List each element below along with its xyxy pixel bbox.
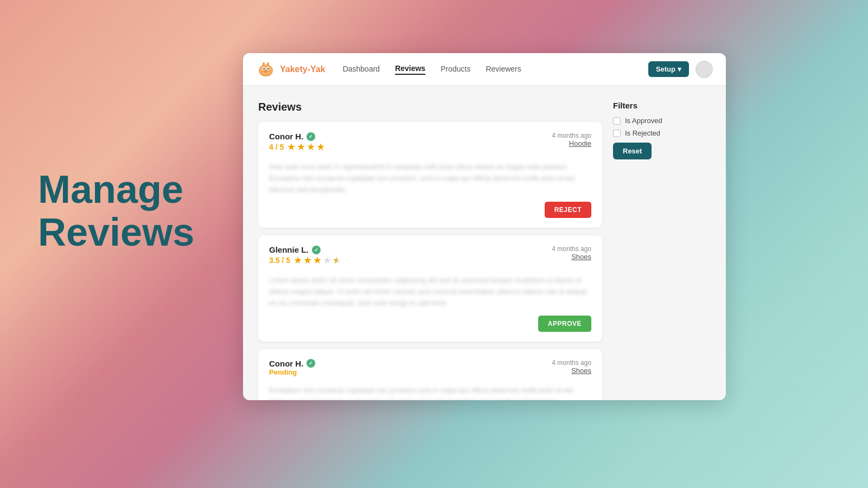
avatar[interactable] [695,61,713,78]
filter-approved-checkbox[interactable] [613,117,621,125]
nav-dashboard[interactable]: Dashboard [343,65,380,74]
review-header: Conor H. ✓ 4 / 5 ★ ★ ★ ★ [269,132,591,158]
verified-icon: ✓ [312,246,321,254]
rating-row: 4 / 5 ★ ★ ★ ★ [269,141,325,153]
review-time: 4 months ago [552,359,591,367]
rating-row: Pending [269,368,315,376]
logo: Yakety-Yak [256,60,326,79]
svg-point-9 [261,70,263,72]
svg-rect-8 [267,62,269,66]
review-card: Conor H. ✓ 4 / 5 ★ ★ ★ ★ [258,122,602,228]
star-2: ★ [297,141,305,153]
page-title: Reviews [258,101,602,113]
rating-row: 3.5 / 5 ★ ★ ★ ★ ★ ★ [269,254,342,266]
filter-rejected-label: Is Rejected [625,129,660,137]
review-time: 4 months ago [552,132,591,139]
filter-approved-label: Is Approved [625,117,662,125]
svg-point-10 [269,70,271,72]
star-3: ★ [307,141,315,153]
nav-reviews[interactable]: Reviews [395,64,425,75]
content-area: Reviews Conor H. ✓ 4 / 5 ★ ★ [243,86,726,400]
reviewer-name: Conor H. [269,132,303,141]
review-actions: APPROVE [269,316,591,332]
review-body: Duis aute irure dolor in reprehenderit i… [269,162,591,195]
star-2: ★ [303,254,312,266]
logo-icon [256,60,276,79]
rating-text: 4 / 5 [269,143,284,151]
filters-title: Filters [613,101,711,110]
setup-button[interactable]: Setup ▾ [648,61,689,77]
review-meta: 4 months ago Shoes [552,359,591,375]
reviews-section: Reviews Conor H. ✓ 4 / 5 ★ ★ [258,101,602,389]
review-meta: 4 months ago Shoes [552,245,591,261]
reject-button[interactable]: REJECT [545,202,591,218]
review-card: Conor H. ✓ Pending 4 months ago Shoes Ex… [258,349,602,400]
stars: ★ ★ ★ ★ [287,141,325,153]
verified-icon: ✓ [307,132,315,141]
svg-point-5 [267,68,269,69]
logo-text: Yakety-Yak [280,65,326,74]
star-4: ★ [323,254,331,266]
review-header: Glennie L. ✓ 3.5 / 5 ★ ★ ★ ★ [269,245,591,272]
filter-rejected: Is Rejected [613,129,711,137]
review-meta: 4 months ago Hoodie [552,132,591,147]
rating-text: 3.5 / 5 [269,256,290,265]
review-card: Glennie L. ✓ 3.5 / 5 ★ ★ ★ ★ [258,235,602,341]
star-3: ★ [313,254,322,266]
svg-point-4 [263,68,264,69]
hero-text: Manage Reviews [38,168,194,254]
star-1: ★ [287,141,296,153]
review-product[interactable]: Hoodie [552,139,591,147]
svg-point-6 [264,70,268,73]
filters-sidebar: Filters Is Approved Is Rejected Reset [613,101,711,389]
verified-icon: ✓ [307,359,315,368]
reviewer-info: Conor H. ✓ Pending [269,359,315,382]
review-body: Lorem ipsum dolor sit amet consectetur a… [269,275,591,309]
hero-line2: Reviews [38,210,194,254]
review-product[interactable]: Shoes [552,253,591,261]
star-4: ★ [316,141,325,153]
svg-point-1 [260,65,272,75]
filter-approved: Is Approved [613,117,711,125]
hero-line1: Manage [38,168,183,211]
nav-right: Setup ▾ [648,61,713,78]
svg-rect-7 [263,62,265,66]
review-header: Conor H. ✓ Pending 4 months ago Shoes [269,359,591,382]
reviewer-info: Conor H. ✓ 4 / 5 ★ ★ ★ ★ [269,132,325,158]
reviewer-name: Glennie L. [269,245,309,254]
status-badge: Pending [269,368,297,376]
review-body: Excepteur sint occaecat cupidatat non pr… [269,385,591,400]
review-time: 4 months ago [552,245,591,253]
reset-button[interactable]: Reset [613,143,652,159]
approve-button[interactable]: APPROVE [538,316,591,332]
reviewer-info: Glennie L. ✓ 3.5 / 5 ★ ★ ★ ★ [269,245,342,272]
reviewer-name: Conor H. [269,359,303,368]
review-actions: REJECT [269,202,591,218]
nav-reviewers[interactable]: Reviewers [486,65,521,74]
stars: ★ ★ ★ ★ ★ ★ [293,254,342,266]
nav-links: Dashboard Reviews Products Reviewers [343,64,648,75]
navbar: Yakety-Yak Dashboard Reviews Products Re… [243,53,726,86]
review-product[interactable]: Shoes [552,367,591,375]
nav-products[interactable]: Products [441,65,470,74]
filter-rejected-checkbox[interactable] [613,130,621,137]
star-half: ★ ★ [333,254,342,264]
star-1: ★ [293,254,302,266]
app-panel: Yakety-Yak Dashboard Reviews Products Re… [243,53,726,400]
